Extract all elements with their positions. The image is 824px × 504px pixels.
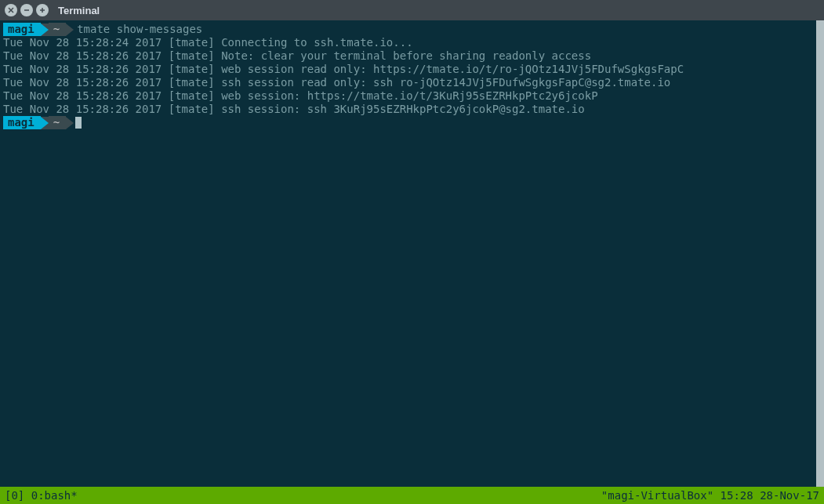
- output-line: Tue Nov 28 15:28:24 2017 [tmate] Connect…: [3, 36, 821, 49]
- minimize-button[interactable]: [20, 4, 33, 16]
- maximize-button[interactable]: [36, 4, 49, 16]
- terminal-area[interactable]: magi ~ tmate show-messages Tue Nov 28 15…: [0, 20, 824, 487]
- prompt-separator-icon: [41, 24, 49, 36]
- prompt-separator-icon: [66, 24, 74, 36]
- minimize-icon: [23, 6, 31, 14]
- title-bar: Terminal: [0, 0, 824, 20]
- prompt-separator-icon: [66, 117, 74, 129]
- window-buttons: [5, 4, 49, 16]
- cursor: [75, 117, 82, 129]
- prompt-path: ~: [49, 116, 66, 129]
- output-line: Tue Nov 28 15:28:26 2017 [tmate] ssh ses…: [3, 76, 821, 89]
- tmux-status-bar: [0] 0:bash* "magi-VirtualBox" 15:28 28-N…: [0, 487, 824, 504]
- scrollbar-thumb[interactable]: [816, 20, 824, 487]
- prompt-path: ~: [49, 23, 66, 36]
- output-line: Tue Nov 28 15:28:26 2017 [tmate] ssh ses…: [3, 103, 821, 116]
- output-line: Tue Nov 28 15:28:26 2017 [tmate] web ses…: [3, 63, 821, 76]
- prompt-line-1: magi ~ tmate show-messages: [3, 23, 821, 36]
- maximize-icon: [38, 6, 46, 14]
- window-title: Terminal: [58, 5, 100, 16]
- prompt-line-2: magi ~: [3, 116, 821, 129]
- prompt-user: magi: [3, 23, 41, 36]
- prompt-user: magi: [3, 116, 41, 129]
- output-line: Tue Nov 28 15:28:26 2017 [tmate] Note: c…: [3, 49, 821, 63]
- close-icon: [7, 6, 15, 14]
- output-line: Tue Nov 28 15:28:26 2017 [tmate] web ses…: [3, 89, 821, 103]
- status-right: "magi-VirtualBox" 15:28 28-Nov-17: [601, 487, 819, 504]
- command-text: tmate show-messages: [77, 23, 202, 36]
- close-button[interactable]: [5, 4, 17, 16]
- prompt-separator-icon: [41, 117, 49, 129]
- scrollbar[interactable]: [816, 20, 824, 487]
- status-left: [0] 0:bash*: [5, 487, 78, 504]
